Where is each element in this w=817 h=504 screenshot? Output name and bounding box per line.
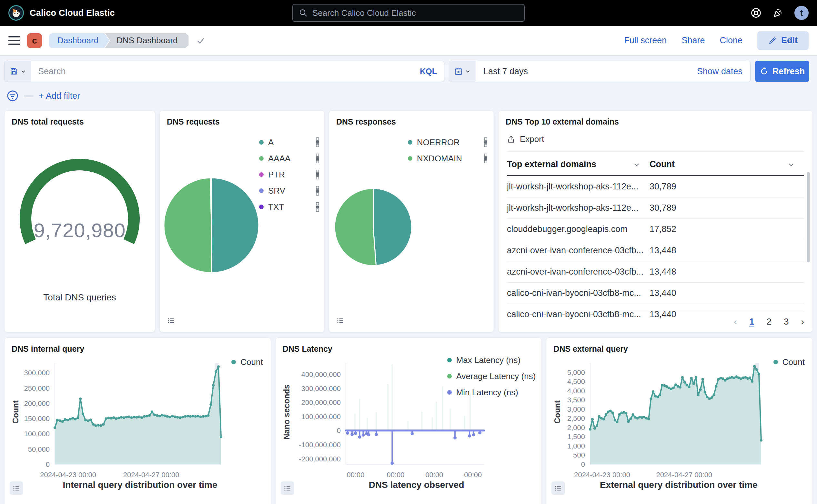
clone-button[interactable]: Clone [720, 35, 742, 45]
column-header-domains[interactable]: Top external domains [507, 152, 650, 176]
chart-legend: Count [773, 357, 805, 368]
svg-text:0: 0 [581, 460, 585, 469]
user-avatar[interactable]: t [794, 6, 809, 20]
legend-actions-icon[interactable] [315, 137, 320, 148]
global-search-input[interactable]: Search Calico Cloud Elastic [292, 4, 525, 22]
panel-dns-responses: DNS responses NOERROR NXDOMAIN [329, 110, 494, 332]
list-icon [554, 484, 562, 492]
dashboard-toolbar: c Dashboard DNS Dashboard Full screen Sh… [0, 26, 817, 55]
legend-toggle-button[interactable] [10, 481, 23, 495]
dns-responses-pie-chart[interactable] [334, 187, 413, 267]
svg-text:100,000: 100,000 [24, 430, 50, 438]
svg-text:-100,000,000: -100,000,000 [299, 441, 341, 449]
top-bar-actions: t [751, 6, 809, 20]
legend-item-count[interactable]: Count [231, 357, 263, 368]
legend-dot [447, 390, 452, 395]
page-1-button[interactable]: 1 [749, 317, 754, 327]
calico-logo[interactable] [8, 5, 24, 21]
space-badge[interactable]: c [27, 33, 42, 48]
filter-icon[interactable] [6, 90, 19, 102]
legend-toggle-button[interactable] [334, 314, 347, 328]
legend-item-average-latency[interactable]: Average Latency (ns) [447, 371, 536, 382]
next-page-button[interactable]: › [801, 317, 804, 327]
date-quick-menu-button[interactable] [449, 61, 476, 82]
breadcrumb-dashboard[interactable]: Dashboard [49, 33, 109, 48]
column-header-count[interactable]: Count [650, 152, 804, 176]
legend-item-count[interactable]: Count [773, 357, 805, 368]
saved-query-menu-button[interactable] [5, 61, 31, 82]
internal-query-area-chart[interactable]: 050,000100,000150,000200,000250,000300,0… [6, 357, 239, 480]
legend-toggle-button[interactable] [281, 481, 294, 495]
table-row[interactable]: clouddebugger.googleapis.com17,852 [507, 219, 804, 240]
dashboard-actions: Full screen Share Clone Edit [624, 31, 809, 50]
legend-item-max-latency[interactable]: Max Latency (ns) [447, 355, 536, 366]
page-2-button[interactable]: 2 [767, 317, 772, 327]
legend-actions-icon[interactable] [483, 137, 488, 148]
add-filter-button[interactable]: + Add filter [39, 91, 80, 101]
gauge-value: 9,720,980 [9, 219, 151, 242]
check-icon[interactable] [196, 36, 206, 45]
legend-label: NXDOMAIN [417, 154, 479, 164]
external-query-area-chart[interactable]: 05001,0001,5002,0002,5003,0003,5004,0004… [548, 357, 784, 480]
help-button[interactable] [751, 7, 762, 18]
menu-button[interactable] [8, 36, 20, 45]
legend-actions-icon[interactable] [315, 169, 320, 180]
table-row[interactable]: calico-cni-ivan-byocni-03cfb8-mc...13,44… [507, 283, 804, 304]
table-scrollbar[interactable] [807, 172, 810, 262]
panel-title: DNS internal query [5, 338, 271, 354]
legend-item-txt[interactable]: TXT [259, 200, 320, 213]
legend-item-a[interactable]: A [259, 136, 320, 149]
panel-dns-top-external-domains: DNS Top 10 external domains Export [498, 110, 813, 332]
news-button[interactable] [772, 7, 783, 18]
count-cell: 13,440 [650, 283, 804, 304]
previous-page-button[interactable]: ‹ [734, 317, 737, 327]
export-button[interactable]: Export [507, 134, 544, 144]
svg-text:200,000: 200,000 [24, 399, 50, 408]
page-3-button[interactable]: 3 [784, 317, 789, 327]
svg-text:-200,000,000: -200,000,000 [299, 455, 341, 463]
svg-text:00:00: 00:00 [425, 471, 443, 479]
svg-text:5,000: 5,000 [567, 368, 585, 377]
table-row[interactable]: jlt-worksh-jlt-workshop-aks-112e...30,78… [507, 176, 804, 197]
global-search-placeholder: Search Calico Cloud Elastic [312, 8, 416, 18]
svg-text:300,000: 300,000 [24, 369, 50, 377]
legend-label: AAAA [268, 154, 311, 164]
edit-button[interactable]: Edit [757, 31, 809, 50]
legend-label: TXT [268, 202, 311, 212]
share-button[interactable]: Share [681, 35, 705, 45]
time-range-value[interactable]: Last 7 days [476, 66, 689, 76]
table-row[interactable]: azcni-over-ivan-conference-03cfb...13,44… [507, 240, 804, 261]
legend-actions-icon[interactable] [315, 185, 320, 196]
legend-dot [259, 140, 264, 145]
legend-toggle-button[interactable] [164, 314, 178, 328]
refresh-button-label: Refresh [772, 66, 805, 76]
legend-toggle-button[interactable] [551, 481, 565, 495]
pie-legend: NOERROR NXDOMAIN [408, 136, 488, 165]
search-input[interactable]: Search [31, 66, 413, 76]
legend-item-noerror[interactable]: NOERROR [408, 136, 488, 149]
legend-item-nxdomain[interactable]: NXDOMAIN [408, 152, 488, 165]
panel-title: DNS total requests [5, 111, 155, 126]
legend-item-srv[interactable]: SRV [259, 184, 320, 197]
refresh-button[interactable]: Refresh [755, 61, 809, 82]
legend-actions-icon[interactable] [315, 201, 320, 212]
legend-actions-icon[interactable] [483, 153, 488, 164]
panel-dns-total-requests: DNS total requests 9,720,980 Total DNS q… [4, 110, 155, 332]
table-row[interactable]: azcni-over-ivan-conference-03cfb...13,44… [507, 261, 804, 283]
legend-item-min-latency[interactable]: Min Latency (ns) [447, 387, 536, 398]
show-dates-button[interactable]: Show dates [689, 66, 750, 76]
gauge-arc [9, 139, 151, 274]
legend-item-ptr[interactable]: PTR [259, 168, 320, 181]
top-navigation-bar: Calico Cloud Elastic Search Calico Cloud… [0, 0, 817, 26]
chart-legend: Count [231, 357, 263, 368]
dns-requests-pie-chart[interactable] [163, 177, 260, 274]
kql-button[interactable]: KQL [413, 67, 444, 76]
svg-text:00:00: 00:00 [387, 471, 404, 479]
domain-cell: calico-cni-ivan-byocni-03cfb8-mc... [507, 283, 650, 304]
breadcrumb-dns-dashboard[interactable]: DNS Dashboard [105, 33, 188, 48]
legend-actions-icon[interactable] [315, 153, 320, 164]
legend-item-aaaa[interactable]: AAAA [259, 152, 320, 165]
panel-title: DNS requests [160, 111, 324, 126]
table-row[interactable]: jlt-worksh-jlt-workshop-aks-112e...30,78… [507, 197, 804, 219]
full-screen-button[interactable]: Full screen [624, 35, 667, 45]
